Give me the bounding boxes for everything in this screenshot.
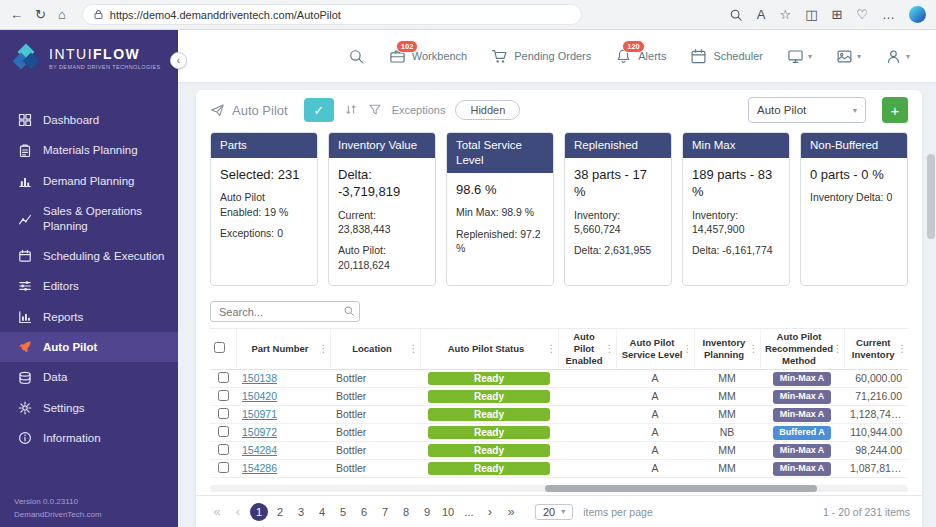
column-header-current-inventory[interactable]: Current Inventory⋮ [844,329,908,370]
sidebar-item-auto-pilot[interactable]: Auto Pilot [0,332,178,362]
row-checkbox[interactable] [218,462,229,473]
part-number-link[interactable]: 150972 [242,426,277,438]
table-row: 154284 Bottler Ready A MM Min-Max A 98,2… [210,441,908,459]
column-menu-icon[interactable]: ⋮ [605,343,615,356]
column-header-location[interactable]: Location⋮ [330,329,420,370]
sidebar-item-dashboard[interactable]: Dashboard [0,105,178,135]
sidebar-item-demand-planning[interactable]: Demand Planning [0,166,178,196]
horizontal-scrollbar[interactable] [210,485,908,492]
user-dropdown[interactable]: ▾ [885,48,910,65]
favorites-star-icon[interactable]: ☆ [779,8,791,21]
row-checkbox[interactable] [218,372,229,383]
filter-icon[interactable] [368,103,382,117]
back-button[interactable]: ← [10,8,23,21]
search-input[interactable] [210,301,360,322]
part-number-link[interactable]: 150138 [242,372,277,384]
sidebar-item-label: Reports [43,310,83,324]
last-page-button[interactable]: » [502,503,520,521]
page-button[interactable]: 6 [355,503,373,521]
card-total-service-level: Total Service Level 98.6 % Min Max: 98.9… [446,132,554,286]
sidebar-item-editors[interactable]: Editors [0,271,178,301]
column-header-auto-pilot-status[interactable]: Auto Pilot Status⋮ [420,329,558,370]
view-select[interactable]: Auto Pilot ▾ [748,97,866,123]
row-checkbox[interactable] [218,390,229,401]
refresh-button[interactable]: ↻ [35,8,46,21]
alerts-badge: 120 [622,40,645,53]
column-menu-icon[interactable]: ⋮ [833,343,843,356]
sidebar-item-scheduling-execution[interactable]: Scheduling & Execution [0,241,178,271]
select-all-checkbox[interactable] [214,342,225,353]
column-menu-icon[interactable]: ⋮ [749,343,759,356]
column-header-recommended-method[interactable]: Auto Pilot Recommended Method⋮ [760,329,844,370]
auto-pilot-panel: Auto Pilot ✓ Exceptions Hidden Auto Pilo… [196,90,922,527]
column-header-auto-pilot-service-level[interactable]: Auto Pilot Service Level⋮ [616,329,694,370]
browser-essentials-icon[interactable]: ♡ [856,8,868,21]
sidebar-item-information[interactable]: Information [0,423,178,453]
page-search-icon[interactable] [729,8,743,22]
sidebar-item-settings[interactable]: Settings [0,393,178,423]
sidebar-item-materials-planning[interactable]: Materials Planning [0,135,178,165]
column-header-inventory-planning[interactable]: Inventory Planning⋮ [694,329,760,370]
card-primary-value: Selected: 231 [220,166,308,184]
browser-profile-avatar[interactable] [909,6,926,23]
first-page-button[interactable]: « [208,503,226,521]
extensions-icon[interactable]: ⊞ [831,8,842,21]
address-bar[interactable]: https://demo4.demanddriventech.com/AutoP… [82,4,582,25]
scrollbar-thumb[interactable] [545,485,817,492]
column-menu-icon[interactable]: ⋮ [683,343,693,356]
workbench-nav[interactable]: 102 Workbench [389,48,467,65]
part-number-link[interactable]: 154284 [242,444,277,456]
row-checkbox[interactable] [218,408,229,419]
page-size-select[interactable]: 20 ▾ [535,504,573,520]
page-button[interactable]: 1 [250,503,268,521]
read-aloud-icon[interactable]: A [757,8,766,21]
page-button[interactable]: 8 [397,503,415,521]
row-checkbox[interactable] [218,426,229,437]
column-menu-icon[interactable]: ⋮ [409,343,419,356]
column-menu-icon[interactable]: ⋮ [897,343,907,356]
browser-menu-icon[interactable]: … [882,8,895,21]
scheduler-nav[interactable]: Scheduler [690,48,763,65]
column-header-part-number[interactable]: Part Number⋮ [236,329,330,370]
sort-icon[interactable] [344,103,358,117]
part-number-link[interactable]: 150420 [242,390,277,402]
page-button[interactable]: 7 [376,503,394,521]
scrollbar-thumb[interactable] [927,154,935,239]
paper-plane-icon [210,103,225,118]
row-checkbox[interactable] [218,444,229,455]
prev-page-button[interactable]: ‹ [229,503,247,521]
page-button[interactable]: 3 [292,503,310,521]
sidebar-item-sales-operations-planning[interactable]: Sales & Operations Planning [0,196,178,241]
media-dropdown[interactable]: ▾ [836,48,861,65]
page-button[interactable]: 9 [418,503,436,521]
next-page-button[interactable]: › [481,503,499,521]
alerts-nav[interactable]: 120 Alerts [615,48,666,65]
chevron-down-icon: ▾ [857,52,861,61]
sidebar-collapse-button[interactable]: ‹ [170,52,187,69]
sidebar-item-data[interactable]: Data [0,362,178,392]
page-button[interactable]: 10 [439,503,457,521]
part-number-link[interactable]: 154286 [242,462,277,474]
column-menu-icon[interactable]: ⋮ [547,343,557,356]
home-button[interactable]: ⌂ [58,8,66,21]
page-button[interactable]: 2 [271,503,289,521]
page-button[interactable]: 4 [313,503,331,521]
display-dropdown[interactable]: ▾ [787,48,812,65]
card-title: Inventory Value [329,133,435,158]
pending-orders-nav[interactable]: Pending Orders [491,48,591,65]
logo-text-intui: INTUI [49,46,93,62]
vertical-scrollbar[interactable] [927,54,935,524]
sidebar-item-reports[interactable]: Reports [0,302,178,332]
more-pages-button[interactable]: ... [460,503,478,521]
search-icon[interactable] [348,48,365,65]
summary-cards: Parts Selected: 231 Auto Pilot Enabled: … [196,130,922,296]
status-badge: Ready [428,372,550,385]
split-screen-icon[interactable]: ◫ [805,8,817,21]
part-number-link[interactable]: 150971 [242,408,277,420]
hidden-toggle[interactable]: Hidden [455,100,520,120]
apply-check-button[interactable]: ✓ [304,98,334,122]
add-button[interactable]: + [882,97,908,123]
column-header-auto-pilot-enabled[interactable]: Auto Pilot Enabled⋮ [558,329,616,370]
column-menu-icon[interactable]: ⋮ [319,343,329,356]
page-button[interactable]: 5 [334,503,352,521]
